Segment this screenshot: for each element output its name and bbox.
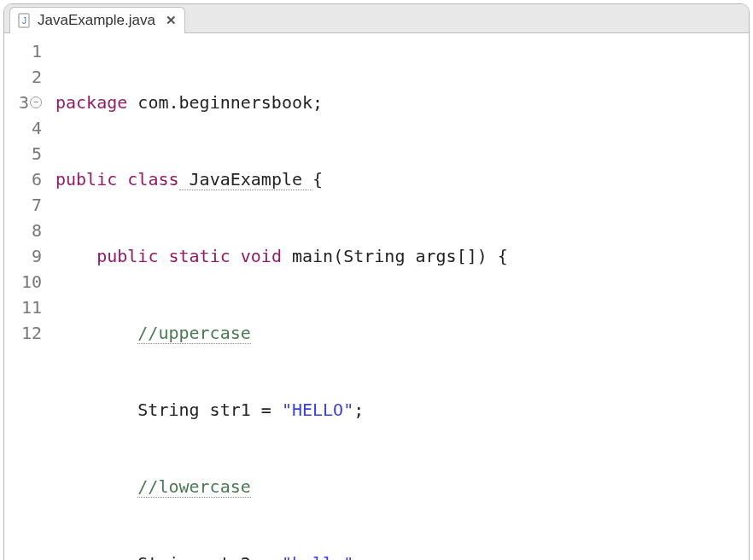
editor-tab-filename: JavaExample.java [38, 12, 155, 29]
line-number: 5 [32, 141, 42, 166]
svg-text:J: J [22, 16, 26, 26]
line-number: 2 [32, 64, 42, 90]
keyword: public [96, 246, 158, 266]
keyword: public [55, 169, 117, 190]
brace: { [312, 169, 323, 190]
code-text: com.beginnersbook; [127, 92, 323, 113]
code-text: String str1 = [137, 400, 282, 420]
line-number: 7 [32, 192, 42, 218]
line-number: 11 [21, 295, 42, 320]
keyword: class [127, 169, 178, 190]
code-area[interactable]: 1 2 3− 4 5 6 7 8 9 10 11 12 package com.… [4, 33, 749, 560]
line-number: 10 [21, 269, 42, 295]
keyword: static [168, 246, 230, 266]
line-number: 8 [32, 218, 42, 243]
line-number: 6 [32, 166, 42, 192]
comment: //lowercase [137, 476, 250, 498]
string-literal: "hello" [282, 553, 353, 560]
code-text: ; [353, 400, 364, 420]
editor-pane: J JavaExample.java ✕ 1 2 3− 4 5 6 7 8 9 … [3, 3, 750, 560]
method-signature: main(String args[]) { [282, 246, 508, 266]
code-text: String str2 = [137, 553, 282, 560]
class-name: JavaExample [179, 169, 313, 190]
editor-tab-bar: J JavaExample.java ✕ [4, 4, 749, 33]
keyword: void [241, 246, 282, 266]
line-number: 1 [32, 38, 42, 64]
line-number: 3 [19, 90, 29, 115]
fold-toggle-icon[interactable]: − [30, 96, 42, 108]
close-icon[interactable]: ✕ [166, 13, 176, 28]
line-number: 4 [32, 115, 42, 141]
source-code[interactable]: package com.beginnersbook; public class … [50, 38, 749, 560]
editor-tab[interactable]: J JavaExample.java ✕ [9, 7, 185, 33]
line-number: 12 [21, 320, 42, 346]
keyword: package [55, 92, 127, 113]
java-file-icon: J [17, 13, 32, 28]
code-text: ; [353, 553, 364, 560]
line-gutter: 1 2 3− 4 5 6 7 8 9 10 11 12 [4, 38, 50, 560]
line-number: 9 [32, 243, 42, 269]
comment: //uppercase [137, 323, 250, 344]
string-literal: "HELLO" [282, 400, 353, 420]
